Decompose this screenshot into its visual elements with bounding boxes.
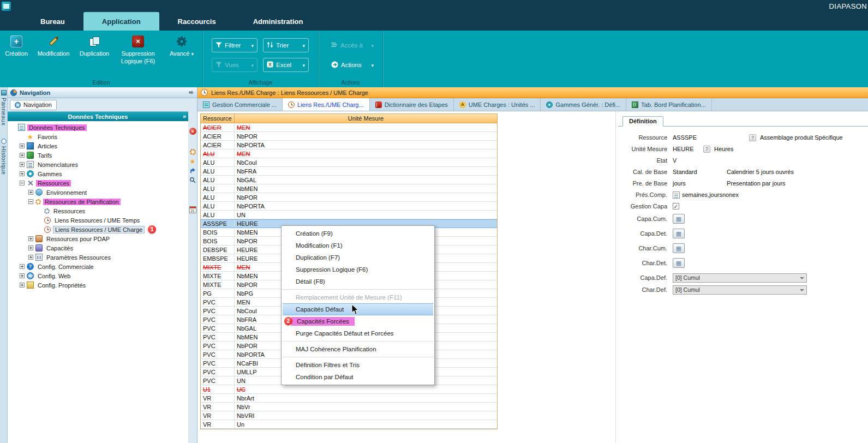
filtrer-button[interactable]: Filtrer [212,38,258,52]
column-header-unite-mesure[interactable]: Unité Mesure [235,114,497,123]
capa-cum-button[interactable] [673,214,685,224]
calendar-icon[interactable]: 21 [189,206,196,213]
table-row[interactable]: VRUn [201,420,497,429]
char-det-button[interactable] [673,258,685,268]
collapse-icon[interactable] [28,199,33,204]
doc-tab-tab-bord-planification[interactable]: Tab. Bord Planification... [626,98,712,111]
field-value[interactable]: HEURE [673,146,703,152]
tree-item-ressources[interactable]: Ressources [8,206,188,215]
tree-item-liens-ressources-ume-charge[interactable]: Liens Ressources / UME Charge1 [8,225,188,234]
table-row[interactable]: ACIERMEN [201,123,497,132]
menu-tab-application[interactable]: Application [83,12,159,31]
char-def-select[interactable]: [0] Cumul [673,285,807,295]
field-value[interactable]: Standard [673,169,725,175]
expand-icon[interactable] [20,162,25,167]
tree-item-liens-ressources-ume-temps[interactable]: Liens Ressources / UME Temps [8,215,188,225]
suppression-logique-button[interactable]: Suppression Logique (F6) [116,34,160,65]
tree-item-tarifs[interactable]: Tarifs [8,151,188,160]
table-row[interactable]: ACIERNbPORTA [201,141,497,149]
trier-button[interactable]: Trier [263,38,309,52]
pin-icon[interactable] [188,89,194,95]
collapse-icon[interactable] [20,181,25,185]
field-value[interactable]: ASSSPE [673,134,749,141]
doc-tab-dictionnaire-des-etapes[interactable]: Dictionnaire des Etapes [370,98,454,111]
expand-icon[interactable] [20,153,25,158]
table-row[interactable]: ALUNbMEN [201,184,497,193]
menu-tab-bureau[interactable]: Bureau [22,12,83,31]
tree-item-gammes[interactable]: Gammes [8,169,188,178]
tree-item-param-tres-ressources[interactable]: Paramètres Ressources [8,253,188,262]
tree-item-config-propri-t-s[interactable]: Config. Propriétés [8,280,188,290]
expand-icon[interactable] [20,273,25,278]
menu-item-suppression-logique-f6[interactable]: Suppression Logique (F6) [282,264,434,276]
table-row[interactable]: ALUNbFRA [201,167,497,176]
field-value[interactable]: jours [673,180,725,187]
panneaux-tab[interactable]: Panneaux [1,98,7,125]
tab-definition[interactable]: Définition [622,116,663,127]
table-row[interactable]: VRNbVRI [201,411,497,420]
tree-item-environnement[interactable]: Environnement [8,188,188,197]
menu-item-maj-coh-rence-planification[interactable]: MAJ Cohérence Planification [282,343,434,355]
table-row[interactable]: ACIERNbPOR [201,132,497,141]
navigation-tab[interactable]: Navigation [10,100,57,110]
tree-item-config-web[interactable]: Config. Web [8,271,188,280]
avance-button[interactable]: Avancé [165,34,199,65]
menu-item-condition-par-d-faut[interactable]: Condition par Défaut [282,371,434,383]
char-cum-button[interactable] [673,243,685,253]
tree-item-articles[interactable]: Articles [8,141,188,151]
menu-item-d-finition-filtres-et-tris[interactable]: Définition Filtres et Tris [282,359,434,371]
capa-det-button[interactable] [673,229,685,238]
actions-button[interactable]: Actions [327,58,378,72]
expand-icon[interactable] [20,283,25,288]
menu-item-purge-capacit-s-d-faut-et-forc-es[interactable]: Purge Capacités Défaut et Forcées [282,327,434,339]
creation-button[interactable]: Création [3,34,29,65]
excel-button[interactable]: X Excel [263,58,309,72]
table-row[interactable]: ALUMEN [201,149,497,158]
table-row[interactable]: ALUUN [201,211,497,219]
expand-icon[interactable] [20,264,25,269]
tree-item-config-commerciale[interactable]: Config. Commerciale [8,262,188,271]
tree-item-capacit-s[interactable]: Capacités [8,243,188,253]
table-row[interactable]: VRNbrArt [201,394,497,403]
menu-item-cr-ation-f9[interactable]: Création (F9) [282,228,434,240]
menu-tab-raccourcis[interactable]: Raccourcis [159,12,235,31]
favorite-icon[interactable] [189,158,196,165]
go-icon[interactable] [189,167,196,174]
table-row[interactable]: ALUNbGAL [201,176,497,184]
tree-item-ressources-pour-pdap[interactable]: Ressources pour PDAP [8,234,188,243]
field-value[interactable]: V [673,157,677,164]
table-row[interactable]: ALUNbCoul [201,158,497,167]
panel-splitter[interactable] [615,111,616,443]
expand-icon[interactable] [20,143,25,148]
panels-icon[interactable] [1,90,7,95]
chevron-right-icon[interactable] [183,113,186,119]
historique-tab[interactable]: Historique [1,146,7,175]
clear-icon[interactable] [189,128,196,135]
tree-item-nomenclatures[interactable]: Nomenclatures [8,160,188,169]
menu-item-modification-f1[interactable]: Modification (F1) [282,240,434,252]
doc-tab-liens-res-ume-charg[interactable]: Liens Res./UME Charg... [283,98,370,111]
expand-icon[interactable] [20,171,25,176]
table-row[interactable]: ALUNbPORTA [201,202,497,211]
menu-item-d-tail-f8[interactable]: Détail (F8) [282,276,434,288]
doc-tab-ume-charges-unit-s[interactable]: UME Charges : Unités ... [454,98,541,111]
tree-item-ressources-de-planification[interactable]: Ressources de Planification [8,197,188,206]
menu-item-capacit-s-forc-es[interactable]: Capacités Forcées2 [282,315,434,327]
menu-tab-administration[interactable]: Administration [235,12,322,31]
capa-def-select[interactable]: [0] Cumul [673,273,807,283]
settings-icon[interactable] [190,149,196,155]
tree-item-ressources[interactable]: Ressources [8,178,188,188]
tree-item-favoris[interactable]: Favoris [8,132,188,141]
menu-item-duplication-f7[interactable]: Duplication (F7) [282,252,434,264]
expand-icon[interactable] [28,236,33,241]
column-header-ressource[interactable]: Ressource [201,114,235,123]
table-row[interactable]: VRNbVr [201,403,497,411]
tree-item-donn-es-techniques[interactable]: Données Techniques [8,123,188,132]
search-icon[interactable] [189,176,196,183]
table-row[interactable]: ALUNbPOR [201,193,497,202]
expand-icon[interactable] [28,246,33,250]
gestion-capa-checkbox[interactable] [673,203,679,209]
history-icon[interactable] [1,139,7,144]
field-value[interactable]: semaines,joursnonex [682,191,739,198]
modification-button[interactable]: Modification [34,34,73,65]
